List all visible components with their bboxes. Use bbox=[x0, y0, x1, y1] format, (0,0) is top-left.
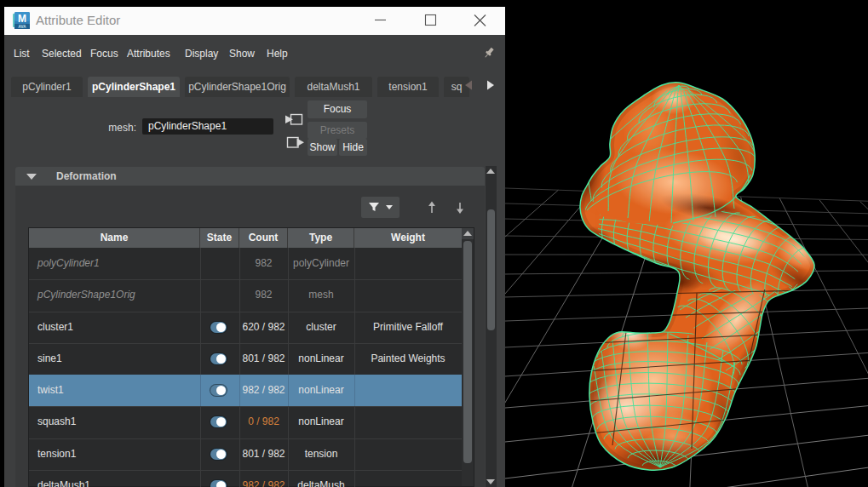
svg-text:M: M bbox=[18, 13, 26, 25]
svg-text:AVA: AVA bbox=[19, 25, 27, 29]
